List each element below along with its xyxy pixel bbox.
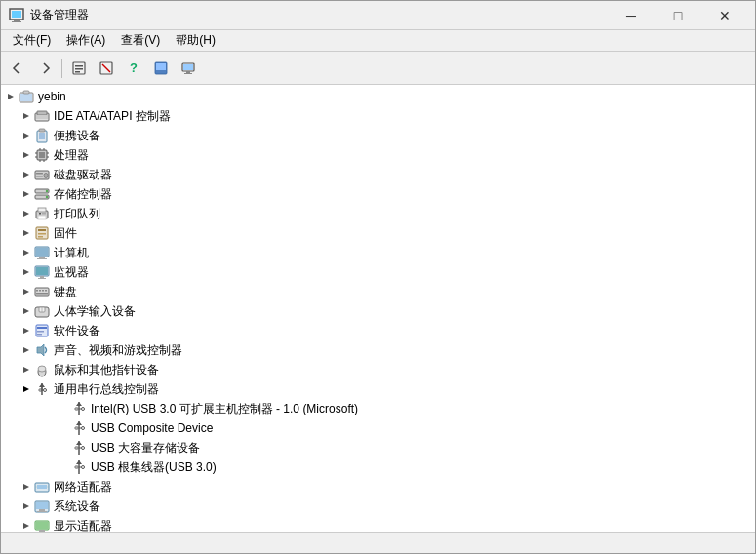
usb-composite-icon	[71, 420, 87, 436]
ide-toggle[interactable]	[19, 108, 34, 124]
svg-rect-59	[40, 276, 44, 278]
svg-marker-100	[76, 460, 82, 464]
mouse-label: 鼠标和其他指针设备	[54, 362, 159, 378]
svg-rect-45	[38, 208, 46, 212]
portable-label: 便携设备	[54, 128, 100, 144]
usb-intel-icon	[71, 401, 87, 416]
tree-item-display[interactable]: 显示适配器	[1, 516, 755, 532]
svg-rect-56	[37, 258, 47, 259]
tree-item-print[interactable]: 打印队列	[1, 204, 755, 223]
hid-icon	[34, 303, 50, 319]
root-toggle[interactable]	[3, 89, 19, 104]
disk-toggle[interactable]	[19, 167, 34, 182]
computer-label: 计算机	[54, 245, 89, 261]
status-bar	[1, 532, 755, 553]
svg-rect-24	[39, 129, 45, 132]
monitor-toggle[interactable]	[19, 264, 34, 280]
svg-rect-16	[184, 73, 192, 74]
tree-item-sound[interactable]: 声音、视频和游戏控制器	[1, 340, 755, 360]
sound-label: 声音、视频和游戏控制器	[54, 342, 182, 359]
menu-help[interactable]: 帮助(H)	[168, 30, 223, 51]
svg-rect-52	[38, 236, 43, 238]
svg-rect-58	[36, 267, 48, 275]
storage-toggle[interactable]	[19, 186, 34, 202]
display-toggle[interactable]	[19, 518, 34, 532]
svg-rect-91	[75, 427, 78, 429]
mouse-toggle[interactable]	[19, 362, 34, 377]
usb-intel-label: Intel(R) USB 3.0 可扩展主机控制器 - 1.0 (Microso…	[91, 401, 358, 417]
main-area: yebin IDE ATA/ATAPI 控制器	[1, 85, 755, 532]
tree-item-portable[interactable]: 便携设备	[1, 126, 755, 145]
software-toggle[interactable]	[19, 323, 34, 338]
keyboard-label: 键盘	[54, 284, 77, 300]
device-tree[interactable]: yebin IDE ATA/ATAPI 控制器	[1, 85, 755, 532]
svg-rect-19	[23, 91, 29, 94]
cpu-toggle[interactable]	[19, 147, 34, 163]
system-icon	[34, 498, 50, 514]
tree-item-hid[interactable]: 人体学输入设备	[1, 301, 755, 321]
usb-mass-toggle	[56, 440, 71, 455]
usb-hub-label: USB 根集线器(USB 3.0)	[91, 459, 217, 476]
menu-file[interactable]: 文件(F)	[5, 30, 59, 51]
device-manager-window: 设备管理器 ─ □ ✕ 文件(F) 操作(A) 查看(V) 帮助(H)	[0, 0, 756, 554]
svg-rect-62	[36, 290, 38, 292]
tree-item-system[interactable]: 系统设备	[1, 496, 755, 516]
toolbar-btn-update[interactable]	[148, 56, 174, 81]
tree-item-usb-composite[interactable]: USB Composite Device	[1, 418, 755, 438]
svg-line-9	[102, 64, 110, 72]
menu-action[interactable]: 操作(A)	[59, 30, 113, 51]
portable-toggle[interactable]	[19, 128, 34, 143]
tree-item-usb-mass[interactable]: USB 大容量存储设备	[1, 438, 755, 457]
tree-item-firmware[interactable]: 固件	[1, 223, 755, 243]
software-icon	[34, 323, 50, 338]
tree-item-usb-hub[interactable]: USB 根集线器(USB 3.0)	[1, 457, 755, 477]
svg-rect-64	[42, 290, 44, 292]
svg-rect-86	[75, 408, 78, 410]
svg-rect-80	[39, 389, 42, 391]
system-toggle[interactable]	[19, 498, 34, 514]
usb-composite-toggle	[56, 420, 71, 436]
usb-intel-toggle	[56, 401, 71, 416]
tree-item-keyboard[interactable]: 键盘	[1, 282, 755, 301]
back-button[interactable]	[5, 56, 30, 81]
tree-root[interactable]: yebin	[1, 87, 755, 106]
tree-item-computer[interactable]: 计算机	[1, 243, 755, 262]
tree-item-network[interactable]: 网络适配器	[1, 477, 755, 496]
network-icon	[34, 479, 50, 495]
svg-point-42	[46, 190, 48, 192]
storage-icon	[34, 186, 50, 202]
svg-rect-54	[36, 248, 48, 256]
tree-item-usb-intel[interactable]: Intel(R) USB 3.0 可扩展主机控制器 - 1.0 (Microso…	[1, 399, 755, 418]
computer-toggle[interactable]	[19, 245, 34, 260]
svg-rect-7	[75, 71, 80, 73]
tree-item-storage[interactable]: 存储控制器	[1, 184, 755, 204]
tree-item-disk[interactable]: 磁盘驱动器	[1, 165, 755, 184]
toolbar-btn-properties[interactable]	[66, 56, 92, 81]
toolbar-btn-disable[interactable]	[94, 56, 119, 81]
keyboard-toggle[interactable]	[19, 284, 34, 299]
tree-item-usb[interactable]: 通用串行总线控制器	[1, 379, 755, 399]
tree-item-software[interactable]: 软件设备	[1, 321, 755, 340]
tree-item-ide[interactable]: IDE ATA/ATAPI 控制器	[1, 106, 755, 126]
forward-button[interactable]	[32, 56, 58, 81]
print-toggle[interactable]	[19, 206, 34, 221]
svg-point-97	[82, 447, 85, 450]
hid-toggle[interactable]	[19, 303, 34, 319]
mouse-icon	[34, 362, 50, 377]
close-button[interactable]: ✕	[702, 4, 747, 27]
sound-toggle[interactable]	[19, 342, 34, 358]
toolbar-btn-monitor[interactable]	[176, 56, 201, 81]
maximize-button[interactable]: □	[656, 4, 700, 27]
tree-item-mouse[interactable]: 鼠标和其他指针设备	[1, 360, 755, 379]
tree-item-cpu[interactable]: 处理器	[1, 145, 755, 165]
svg-rect-106	[37, 485, 47, 489]
menu-view[interactable]: 查看(V)	[113, 30, 168, 51]
firmware-toggle[interactable]	[19, 225, 34, 241]
tree-item-monitor[interactable]: 监视器	[1, 262, 755, 282]
network-toggle[interactable]	[19, 479, 34, 495]
toolbar-btn-help[interactable]: ?	[121, 56, 146, 81]
minimize-button[interactable]: ─	[609, 4, 654, 27]
svg-marker-90	[76, 421, 82, 425]
svg-rect-50	[38, 229, 46, 231]
usb-toggle[interactable]	[19, 381, 34, 397]
